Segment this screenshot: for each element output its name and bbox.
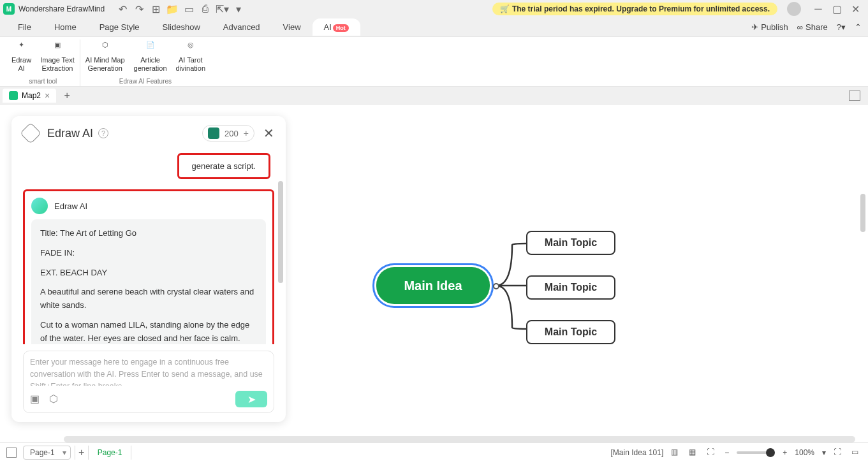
titlebar: M Wondershare EdrawMind ↶ ↷ ⊞ 📁 ▭ ⎙ ⇱▾ ▾…: [0, 0, 868, 18]
tarot-icon: ◎: [184, 41, 198, 55]
edraw-ai-button[interactable]: ✦Edraw AI: [9, 40, 34, 74]
ai-avatar-icon: [31, 198, 48, 214]
menu-slideshow[interactable]: Slideshow: [151, 20, 212, 34]
open-icon[interactable]: 📁: [167, 4, 177, 14]
export-icon[interactable]: ⇱▾: [217, 4, 227, 14]
user-message: generate a script.: [177, 153, 270, 179]
ribbon-group-smart-tool: ✦Edraw AI ▣Image Text Extraction smart t…: [6, 40, 80, 86]
script-line: Title: The Art of Letting Go: [40, 227, 257, 240]
page-tab[interactable]: Page-1: [89, 446, 132, 460]
share-icon: ∞: [797, 22, 803, 32]
user-avatar[interactable]: [787, 2, 801, 16]
menu-ai[interactable]: AIHot: [313, 18, 360, 36]
panel-toggle-icon[interactable]: [849, 91, 860, 101]
mindmap-input-icon[interactable]: ⬡: [49, 393, 62, 405]
node-handle[interactable]: [493, 283, 499, 289]
ai-mindmap-button[interactable]: ⬡AI Mind Map Generation: [83, 40, 128, 74]
ribbon-group-ai-features: ⬡AI Mind Map Generation 📄Article generat…: [80, 40, 210, 86]
mindmap-icon: ⬡: [98, 41, 112, 55]
chat-scrollbar[interactable]: [278, 181, 283, 283]
image-text-extraction-button[interactable]: ▣Image Text Extraction: [38, 40, 77, 74]
chat-area: generate a script. Edraw AI Title: The A…: [11, 149, 286, 344]
topic-node[interactable]: Main Topic: [526, 275, 615, 300]
send-button[interactable]: ➤: [235, 391, 267, 407]
trial-banner[interactable]: 🛒 The trial period has expired. Upgrade …: [492, 3, 777, 15]
layout-icon-1[interactable]: ▥: [671, 448, 681, 458]
canvas[interactable]: Edraw AI ? 200 + ✕ generate a script. Ed…: [0, 105, 868, 442]
ai-sparkle-icon: ✦: [15, 41, 29, 55]
main-idea-node[interactable]: Main Idea: [376, 267, 490, 304]
maximize-icon[interactable]: ▢: [832, 4, 841, 13]
doc-icon: [9, 91, 18, 100]
help-icon[interactable]: ?: [98, 128, 108, 138]
publish-button[interactable]: ✈Publish: [751, 22, 788, 32]
script-line: Cut to a woman named LILA, standing alon…: [40, 319, 257, 344]
ai-panel-header: Edraw AI ? 200 + ✕: [11, 125, 286, 149]
share-button[interactable]: ∞Share: [797, 22, 828, 32]
add-tokens-button[interactable]: +: [244, 128, 249, 138]
publish-icon: ✈: [751, 22, 758, 32]
script-line: EXT. BEACH DAY: [40, 266, 257, 280]
page-dropdown[interactable]: Page-1: [23, 446, 71, 460]
add-tab-button[interactable]: +: [61, 90, 73, 101]
menu-page-style[interactable]: Page Style: [88, 20, 151, 34]
zoom-dropdown-icon[interactable]: ▾: [822, 448, 826, 457]
close-tab-icon[interactable]: ×: [45, 91, 50, 101]
send-icon: ➤: [247, 393, 256, 405]
new-icon[interactable]: ⊞: [151, 4, 161, 14]
connectors: [490, 232, 528, 347]
chat-input-area: Enter your message here to engage in a c…: [23, 351, 274, 413]
undo-icon[interactable]: ↶: [117, 4, 128, 14]
horizontal-scrollbar[interactable]: [64, 436, 855, 442]
menu-right: ✈Publish ∞Share ?▾ ⌃: [751, 22, 862, 32]
fullscreen-icon[interactable]: ⛶: [834, 448, 844, 458]
zoom-slider[interactable]: [737, 451, 775, 454]
minimize-panel-icon[interactable]: ▭: [851, 448, 862, 458]
save-icon[interactable]: ▭: [184, 4, 194, 14]
chat-input[interactable]: Enter your message here to engage in a c…: [30, 356, 267, 386]
topic-node[interactable]: Main Topic: [526, 231, 615, 255]
close-icon[interactable]: ✕: [851, 4, 860, 13]
fit-icon[interactable]: ⛶: [707, 448, 717, 458]
bot-icon: [208, 127, 219, 139]
menu-file[interactable]: File: [6, 20, 43, 34]
app-title: Wondershare EdrawMind: [18, 4, 105, 13]
minimize-icon[interactable]: ─: [814, 4, 823, 13]
selection-info: [Main Idea 101]: [611, 448, 664, 457]
zoom-out-button[interactable]: −: [725, 448, 729, 457]
token-counter: 200 +: [202, 125, 254, 142]
app-icon: M: [3, 3, 15, 15]
add-page-button[interactable]: +: [75, 446, 89, 460]
document-tabs: Map2 × +: [0, 87, 868, 105]
topic-node[interactable]: Main Topic: [526, 320, 615, 344]
zoom-in-button[interactable]: +: [783, 448, 787, 457]
window-controls: ─ ▢ ✕: [814, 4, 860, 13]
vertical-scrollbar[interactable]: [860, 194, 865, 232]
collapse-ribbon-icon[interactable]: ⌃: [855, 22, 862, 32]
help-button[interactable]: ?▾: [837, 22, 846, 32]
layout-icon-2[interactable]: ▦: [689, 448, 699, 458]
cart-icon: 🛒: [500, 4, 510, 13]
tarot-button[interactable]: ◎AI Tarot divination: [173, 40, 208, 74]
article-generation-button[interactable]: 📄Article generation: [131, 40, 170, 74]
group-label: smart tool: [29, 78, 57, 86]
ai-response-body: Title: The Art of Letting Go FADE IN: EX…: [31, 219, 266, 344]
more-icon[interactable]: ▾: [233, 4, 244, 14]
menu-view[interactable]: View: [272, 20, 313, 34]
image-input-icon[interactable]: ▣: [30, 393, 43, 405]
quick-access-toolbar: ↶ ↷ ⊞ 📁 ▭ ⎙ ⇱▾ ▾: [117, 4, 244, 14]
close-panel-icon[interactable]: ✕: [263, 126, 274, 141]
outline-icon[interactable]: [6, 448, 17, 458]
status-right: [Main Idea 101] ▥ ▦ ⛶ − + 100% ▾ ⛶ ▭: [611, 448, 862, 458]
zoom-value: 100%: [795, 448, 814, 457]
document-tab[interactable]: Map2 ×: [3, 89, 56, 103]
ribbon: ✦Edraw AI ▣Image Text Extraction smart t…: [0, 37, 868, 87]
print-icon[interactable]: ⎙: [200, 4, 210, 14]
menu-advanced[interactable]: Advanced: [212, 20, 272, 34]
script-line: A beautiful and serene beach with crysta…: [40, 286, 257, 312]
menu-home[interactable]: Home: [43, 20, 88, 34]
zoom-thumb[interactable]: [766, 448, 775, 457]
ai-panel-title: Edraw AI: [47, 127, 93, 140]
menu-ai-label: AI: [324, 22, 332, 32]
redo-icon[interactable]: ↷: [134, 4, 144, 14]
